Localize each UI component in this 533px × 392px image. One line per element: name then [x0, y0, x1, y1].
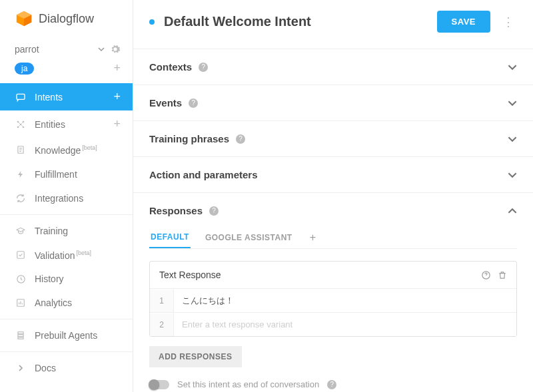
gear-icon[interactable]	[110, 44, 121, 55]
chevron-right-icon	[15, 365, 27, 371]
section-header[interactable]: Contexts ?	[149, 61, 517, 73]
chevron-down-icon[interactable]	[508, 98, 517, 108]
svg-rect-10	[17, 252, 25, 259]
add-tab-button[interactable]: +	[307, 229, 318, 246]
section-title: Action and parameters	[149, 169, 258, 180]
nav-label: Validation[beta]	[35, 250, 121, 261]
section-header[interactable]: Training phrases ?	[149, 133, 517, 144]
chevron-down-icon[interactable]	[508, 63, 517, 72]
nav-history[interactable]: History	[0, 267, 133, 291]
chart-icon	[15, 298, 27, 307]
section-responses: Responses ? DEFAULT GOOGLE ASSISTANT + T…	[133, 192, 533, 392]
agent-name: parrot	[15, 44, 93, 55]
logo-icon	[15, 9, 33, 28]
nav-label: Fulfillment	[35, 169, 121, 180]
add-responses-button[interactable]: ADD RESPONSES	[149, 346, 242, 367]
bolt-icon	[15, 169, 27, 180]
check-box-icon	[15, 250, 27, 260]
section-header[interactable]: Responses ?	[149, 205, 517, 216]
end-conversation-toggle[interactable]	[149, 380, 169, 389]
sections: Contexts ? Events ? Training phrases ?	[133, 49, 533, 392]
row-number: 2	[150, 313, 174, 336]
help-icon[interactable]: ?	[236, 134, 245, 144]
divider	[0, 319, 133, 319]
add-intent-button[interactable]: +	[113, 90, 121, 104]
section-events: Events ?	[133, 85, 533, 120]
response-row: 1	[150, 288, 516, 312]
response-input[interactable]	[174, 289, 516, 312]
status-dot	[149, 19, 155, 25]
text-response-card: Text Response 1 2	[149, 261, 517, 337]
section-title: Contexts	[149, 61, 192, 73]
response-input[interactable]	[174, 313, 516, 336]
chevron-down-icon[interactable]	[508, 170, 517, 180]
response-tabs: DEFAULT GOOGLE ASSISTANT +	[149, 227, 517, 249]
save-button[interactable]: SAVE	[437, 11, 490, 33]
section-header[interactable]: Action and parameters	[149, 169, 517, 180]
agent-selector[interactable]: parrot	[0, 40, 133, 59]
entities-icon	[15, 119, 27, 130]
nav-docs[interactable]: Docs	[0, 356, 133, 380]
nav-prebuilt[interactable]: Prebuilt Agents	[0, 323, 133, 347]
nav-label: Docs	[35, 363, 121, 373]
section-contexts: Contexts ?	[133, 49, 533, 85]
document-icon	[15, 144, 27, 155]
nav-integrations[interactable]: Integrations	[0, 186, 133, 210]
row-number: 1	[150, 290, 174, 312]
tab-default[interactable]: DEFAULT	[149, 227, 191, 248]
nav-label: Analytics	[35, 297, 121, 308]
chevron-up-icon[interactable]	[508, 206, 517, 216]
tab-google-assistant[interactable]: GOOGLE ASSISTANT	[204, 228, 294, 248]
section-action: Action and parameters	[133, 156, 533, 192]
svg-rect-14	[18, 335, 23, 337]
nav-label: Entities	[35, 119, 105, 130]
delete-icon[interactable]	[498, 270, 507, 280]
help-icon[interactable]: ?	[327, 380, 336, 389]
card-title: Text Response	[159, 270, 474, 280]
stack-icon	[15, 330, 27, 341]
intent-title[interactable]: Default Welcome Intent	[164, 14, 428, 29]
chevron-down-icon[interactable]	[98, 46, 105, 53]
nav-entities[interactable]: Entities +	[0, 110, 133, 138]
section-title: Training phrases	[149, 133, 229, 144]
end-conversation-label: Set this intent as end of conversation	[177, 379, 319, 389]
nav: Intents + Entities + Knowledge[beta] Ful…	[0, 83, 133, 380]
topbar: Default Welcome Intent SAVE ⋮	[133, 0, 533, 49]
sidebar: Dialogflow parrot ja + Intents +	[0, 0, 133, 392]
responses-body: DEFAULT GOOGLE ASSISTANT + Text Response…	[149, 227, 517, 389]
nav-label: Prebuilt Agents	[35, 330, 121, 341]
help-icon[interactable]: ?	[199, 63, 208, 72]
section-title: Events	[149, 97, 182, 108]
language-pill[interactable]: ja	[15, 63, 34, 75]
nav-knowledge[interactable]: Knowledge[beta]	[0, 138, 133, 162]
end-of-conversation-row: Set this intent as end of conversation ?	[149, 379, 517, 389]
divider	[0, 214, 133, 215]
more-menu-icon[interactable]: ⋮	[500, 15, 517, 29]
brand-name: Dialogflow	[39, 12, 94, 26]
brand-row: Dialogflow	[0, 0, 133, 40]
nav-training[interactable]: Training	[0, 219, 133, 243]
chevron-down-icon[interactable]	[508, 134, 517, 144]
response-row: 2	[150, 312, 516, 336]
section-title: Responses	[149, 205, 203, 216]
nav-label: Knowledge[beta]	[35, 144, 121, 156]
divider	[0, 351, 133, 352]
nav-analytics[interactable]: Analytics	[0, 291, 133, 315]
nav-validation[interactable]: Validation[beta]	[0, 243, 133, 268]
nav-label: Intents	[35, 92, 105, 102]
nav-intents[interactable]: Intents +	[0, 83, 133, 110]
refresh-icon	[15, 193, 27, 204]
add-entity-button[interactable]: +	[113, 117, 121, 131]
add-language-button[interactable]: +	[113, 61, 121, 75]
main: Default Welcome Intent SAVE ⋮ Contexts ?…	[133, 0, 533, 392]
section-header[interactable]: Events ?	[149, 97, 517, 108]
help-icon[interactable]: ?	[209, 206, 219, 216]
nav-label: History	[35, 274, 121, 284]
nav-label: Integrations	[35, 193, 121, 204]
cap-icon	[15, 226, 27, 236]
help-icon[interactable]	[481, 270, 491, 280]
help-icon[interactable]: ?	[189, 98, 198, 108]
nav-label: Training	[35, 226, 121, 236]
language-row: ja +	[0, 59, 133, 83]
nav-fulfillment[interactable]: Fulfillment	[0, 162, 133, 186]
